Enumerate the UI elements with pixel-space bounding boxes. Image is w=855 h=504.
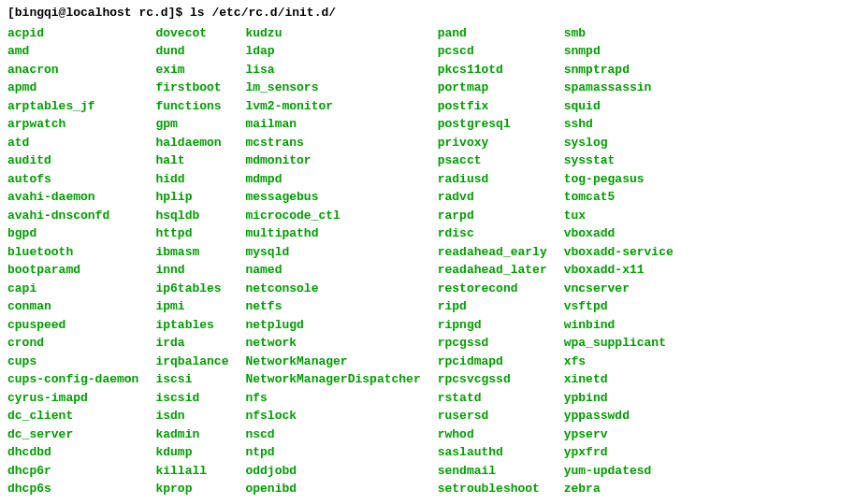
file-entry: multipathd <box>245 224 437 243</box>
file-entry: snmpd <box>564 42 690 61</box>
file-entry: yppasswdd <box>564 407 690 425</box>
file-entry: ripngd <box>438 316 564 335</box>
file-entry: irda <box>155 334 245 353</box>
file-entry: netfs <box>245 297 437 316</box>
file-entry: bgpd <box>7 224 155 243</box>
file-entry: oddjobd <box>245 462 437 481</box>
file-entry: dhcp6r <box>7 462 155 481</box>
file-entry: bluetooth <box>7 243 155 262</box>
file-entry: arptables_jf <box>7 97 155 116</box>
file-entry: privoxy <box>438 134 564 152</box>
file-entry: ypxfrd <box>564 443 690 462</box>
file-entry: isdn <box>155 407 245 425</box>
file-entry: auditd <box>7 151 155 170</box>
file-entry: yum-updatesd <box>564 462 690 481</box>
file-entry: anacron <box>7 61 155 79</box>
file-entry: kdump <box>155 443 245 462</box>
file-entry: restorecond <box>438 280 564 298</box>
file-entry: winbind <box>564 316 690 335</box>
file-entry: ripd <box>438 297 564 316</box>
file-entry: network <box>245 334 437 353</box>
file-entry: dc_server <box>7 425 155 444</box>
file-entry: vboxadd-service <box>564 243 690 262</box>
file-entry: tog-pegasus <box>564 170 690 189</box>
file-entry: bootparamd <box>7 261 155 280</box>
file-entry: psacct <box>438 151 564 170</box>
file-entry: autofs <box>7 170 155 189</box>
file-entry: wpa_supplicant <box>564 334 690 353</box>
file-entry: httpd <box>155 224 245 243</box>
file-entry: exim <box>155 61 245 79</box>
file-entry: conman <box>7 297 155 316</box>
file-entry: lvm2-monitor <box>245 97 437 116</box>
file-entry: named <box>245 261 437 280</box>
file-entry: capi <box>7 280 155 298</box>
file-entry: ntpd <box>245 443 437 462</box>
file-entry: portmap <box>438 79 564 97</box>
file-entry: dhcp6s <box>7 480 155 498</box>
file-entry: cups-config-daemon <box>7 370 155 389</box>
file-entry: zebra <box>564 480 690 498</box>
file-entry: mailman <box>245 115 437 134</box>
file-entry: kprop <box>155 480 245 498</box>
listing-column-0: acpidamdanacronapmdarptables_jfarpwatcha… <box>7 24 155 498</box>
file-entry: xfs <box>564 353 690 371</box>
file-entry: avahi-dnsconfd <box>7 207 155 225</box>
file-entry: NetworkManagerDispatcher <box>245 370 437 389</box>
file-entry: vboxadd-x11 <box>564 261 690 280</box>
file-entry: nscd <box>245 425 437 444</box>
file-entry: postfix <box>438 97 564 116</box>
file-entry: cups <box>7 353 155 371</box>
file-entry: rpcsvcgssd <box>438 370 564 389</box>
file-entry: pkcs11otd <box>438 61 564 79</box>
file-entry: pand <box>438 24 564 43</box>
file-entry: setroubleshoot <box>438 480 564 498</box>
file-entry: spamassassin <box>564 79 690 97</box>
file-entry: ibmasm <box>155 243 245 262</box>
file-entry: arpwatch <box>7 115 155 134</box>
file-entry: NetworkManager <box>245 353 437 371</box>
file-entry: radvd <box>438 188 564 207</box>
file-entry: mdmpd <box>245 170 437 189</box>
file-entry: rpcgssd <box>438 334 564 353</box>
file-entry: vncserver <box>564 280 690 298</box>
listing-column-2: kudzuldaplisalm_sensorslvm2-monitormailm… <box>245 24 437 498</box>
file-entry: tux <box>564 207 690 225</box>
file-entry: iscsid <box>155 389 245 408</box>
file-entry: rstatd <box>438 389 564 408</box>
file-entry: ip6tables <box>155 280 245 298</box>
file-entry: messagebus <box>245 188 437 207</box>
file-entry: syslog <box>564 134 690 152</box>
file-entry: gpm <box>155 115 245 134</box>
file-entry: vsftpd <box>564 297 690 316</box>
file-entry: iscsi <box>155 370 245 389</box>
file-entry: tomcat5 <box>564 188 690 207</box>
file-entry: hsqldb <box>155 207 245 225</box>
file-entry: ypserv <box>564 425 690 444</box>
file-entry: nfs <box>245 389 437 408</box>
file-entry: vboxadd <box>564 224 690 243</box>
file-entry: hplip <box>155 188 245 207</box>
file-entry: apmd <box>7 79 155 97</box>
file-entry: ldap <box>245 42 437 61</box>
file-entry: ipmi <box>155 297 245 316</box>
file-entry: xinetd <box>564 370 690 389</box>
file-entry: netconsole <box>245 280 437 298</box>
file-entry: mcstrans <box>245 134 437 152</box>
file-entry: saslauthd <box>438 443 564 462</box>
file-entry: nfslock <box>245 407 437 425</box>
file-entry: rwhod <box>438 425 564 444</box>
file-entry: irqbalance <box>155 353 245 371</box>
file-entry: snmptrapd <box>564 61 690 79</box>
file-entry: rdisc <box>438 224 564 243</box>
file-entry: dhcdbd <box>7 443 155 462</box>
file-entry: readahead_later <box>438 261 564 280</box>
file-entry: avahi-daemon <box>7 188 155 207</box>
file-entry: dovecot <box>155 24 245 43</box>
file-entry: pcscd <box>438 42 564 61</box>
file-entry: hidd <box>155 170 245 189</box>
listing-column-4: smbsnmpdsnmptrapdspamassassinsquidsshdsy… <box>564 24 690 498</box>
file-entry: sendmail <box>438 462 564 481</box>
file-entry: squid <box>564 97 690 116</box>
file-entry: rpcidmapd <box>438 353 564 371</box>
